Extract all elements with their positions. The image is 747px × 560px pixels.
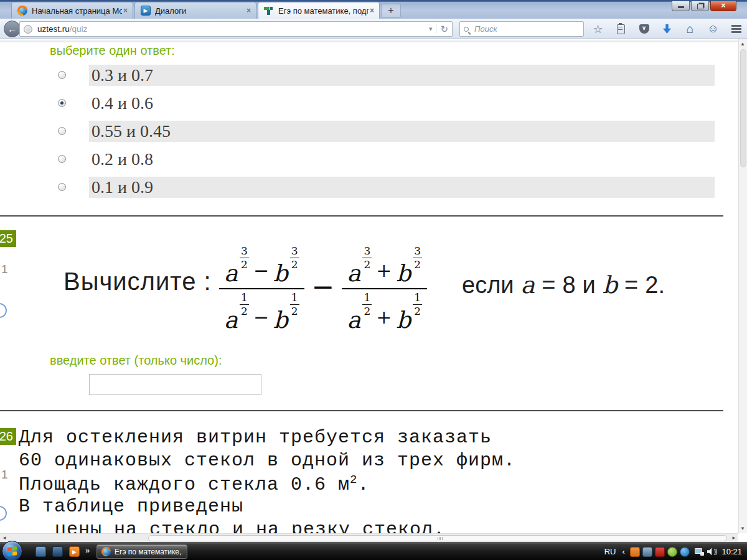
tray-expand-icon[interactable]: ‹: [622, 547, 624, 556]
navigation-toolbar: ← uztest.ru/quiz ▾ ↻ ☆ ∨ ⌂ ☺: [0, 19, 747, 39]
answer-label: введите ответ (только число):: [50, 353, 222, 368]
tab-title: Начальная страница Mozi...: [32, 6, 122, 16]
search-input[interactable]: [473, 24, 585, 34]
horizontal-scroll-thumb[interactable]: [148, 535, 727, 541]
quicklaunch-icon-1[interactable]: [35, 546, 46, 557]
fraction-2: a32 + b32 a12 + b12: [342, 246, 427, 332]
question-number-badge: 25: [0, 230, 16, 247]
taskbar-window-button[interactable]: Егэ по математике,...: [96, 544, 187, 559]
question-points: 1: [1, 263, 8, 276]
q26-text-line: цены на стекло и на резку стекол.: [55, 519, 445, 533]
minus-operator: −: [312, 271, 335, 302]
url-bar[interactable]: uztest.ru/quiz ▾ ↻: [19, 21, 453, 37]
scroll-down-icon[interactable]: ▼: [740, 526, 745, 531]
tab-close-icon[interactable]: ×: [245, 6, 252, 15]
reading-list-icon[interactable]: [609, 21, 632, 38]
firefox-icon: [101, 547, 111, 556]
menu-hamburger-icon[interactable]: [725, 21, 747, 38]
volume-icon[interactable]: )): [707, 548, 717, 556]
section-divider: [0, 215, 723, 217]
tab-close-icon[interactable]: ×: [122, 6, 129, 15]
scroll-up-icon[interactable]: ▲: [740, 41, 745, 47]
tray-icon-5[interactable]: [680, 547, 690, 557]
option-row[interactable]: 0.1 и 0.9: [0, 177, 738, 198]
browser-titlebar: Начальная страница Mozi... × ▶ Диалоги ×…: [0, 0, 747, 19]
question-number-badge: 26: [0, 428, 16, 445]
system-tray: RU ‹ )) 10:21: [604, 543, 747, 560]
tray-icon-2[interactable]: [642, 547, 652, 557]
language-indicator[interactable]: RU: [604, 547, 616, 556]
horizontal-scrollbar[interactable]: ◄ ►: [0, 533, 738, 542]
option-radio-2[interactable]: [58, 127, 66, 135]
close-button[interactable]: ×: [710, 1, 736, 11]
tab-ege-math[interactable]: Егэ по математике, подго... ×: [258, 2, 380, 19]
quicklaunch-icon-2[interactable]: [52, 546, 63, 557]
option-label: 0.4 и 0.6: [92, 93, 153, 113]
minimize-button[interactable]: [672, 1, 690, 11]
q26-text-line: Для остекления витрин требуется заказать: [19, 427, 492, 448]
url-path: /quiz: [70, 24, 88, 34]
downloads-icon[interactable]: [655, 21, 679, 38]
clock: 10:21: [721, 547, 742, 556]
scroll-right-icon[interactable]: ►: [731, 535, 736, 541]
taskbar: ▶ » Егэ по математике,... RU ‹ )) 10:21: [0, 542, 747, 560]
option-radio-0[interactable]: [58, 71, 66, 79]
q25-condition: если a = 8 и b = 2.: [462, 271, 665, 299]
window-controls: ×: [670, 1, 736, 11]
tab-title: Диалоги: [155, 6, 245, 16]
option-row[interactable]: 0.3 и 0.7: [0, 65, 738, 86]
question-points: 1: [1, 468, 8, 482]
globe-icon: [24, 25, 32, 34]
tab-home[interactable]: Начальная страница Mozi... ×: [11, 2, 133, 19]
quicklaunch-media-icon[interactable]: ▶: [69, 546, 80, 557]
play-icon: ▶: [141, 6, 151, 16]
new-tab-button[interactable]: +: [381, 4, 401, 17]
question-marker-icon[interactable]: [0, 303, 7, 318]
answer-input[interactable]: [89, 374, 261, 395]
option-label: 0.3 и 0.7: [92, 65, 153, 85]
network-icon[interactable]: [695, 548, 704, 556]
quicklaunch-chevron[interactable]: »: [85, 546, 90, 555]
option-radio-1[interactable]: [58, 99, 66, 107]
bookmark-star-icon[interactable]: ☆: [586, 21, 609, 38]
url-text: uztest.ru/quiz: [37, 24, 87, 34]
fraction-1: a32 − b32 a12 − b12: [219, 246, 304, 332]
tab-close-icon[interactable]: ×: [369, 6, 375, 15]
desktop-screen: Начальная страница Mozi... × ▶ Диалоги ×…: [0, 0, 747, 560]
tray-icon-1[interactable]: [630, 547, 640, 557]
question-marker-icon[interactable]: [0, 506, 7, 521]
url-dropdown-icon[interactable]: ▾: [429, 25, 433, 33]
home-icon[interactable]: ⌂: [679, 21, 702, 38]
option-label: 0.55 и 0.45: [92, 121, 171, 141]
search-box[interactable]: [459, 21, 584, 37]
tray-icon-3[interactable]: [655, 547, 665, 557]
scroll-left-icon[interactable]: ◄: [2, 535, 7, 541]
reload-icon[interactable]: ↻: [440, 24, 448, 35]
vertical-scrollbar[interactable]: ▲ ▼: [738, 39, 747, 533]
windows-logo-icon: [7, 546, 17, 556]
start-button[interactable]: [2, 541, 22, 560]
back-button[interactable]: ←: [4, 21, 21, 37]
q26-text-line: Площадь каждого стекла 0.6 м2.: [19, 473, 370, 495]
page-content: выберите один ответ: 0.3 и 0.7 0.4 и 0.6…: [0, 39, 738, 533]
q26-text-line: В таблице приведены: [19, 496, 243, 517]
q25-formula: a32 − b32 a12 − b12 − a32 + b32: [219, 228, 427, 350]
search-icon: [464, 27, 469, 32]
restore-button[interactable]: [691, 1, 709, 11]
url-host: uztest.ru: [37, 24, 70, 34]
tab-dialogs[interactable]: ▶ Диалоги ×: [134, 2, 256, 19]
firefox-icon: [17, 6, 27, 16]
option-row[interactable]: 0.55 и 0.45: [0, 121, 738, 142]
pocket-icon[interactable]: ∨: [632, 21, 655, 38]
vertical-scroll-thumb[interactable]: [740, 49, 746, 167]
q25-prompt: Вычислите :: [63, 268, 212, 296]
option-radio-4[interactable]: [58, 183, 66, 191]
uztest-icon: [264, 6, 274, 16]
q26-text-line: 60 одинаковых стекол в одной из трех фир…: [19, 450, 515, 471]
hello-smiley-icon[interactable]: ☺: [702, 21, 725, 38]
option-row[interactable]: 0.2 и 0.8: [0, 149, 738, 170]
tray-icon-4[interactable]: [667, 547, 677, 557]
option-radio-3[interactable]: [58, 155, 66, 163]
option-label: 0.2 и 0.8: [92, 149, 153, 169]
option-row[interactable]: 0.4 и 0.6: [0, 93, 738, 114]
